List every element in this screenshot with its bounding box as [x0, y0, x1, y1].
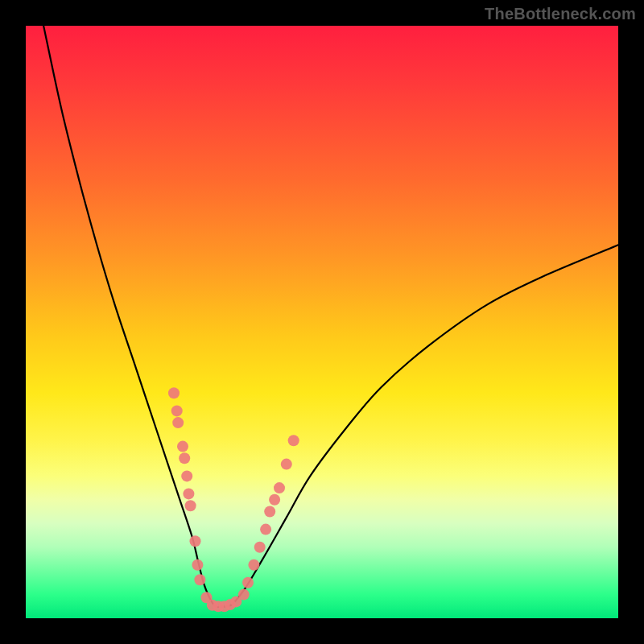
data-marker: [177, 441, 188, 452]
data-marker: [190, 535, 201, 547]
data-marker: [194, 574, 205, 585]
data-marker: [171, 405, 183, 416]
data-marker: [248, 559, 259, 571]
data-marker: [183, 488, 194, 499]
data-marker: [179, 452, 190, 464]
data-marker: [242, 577, 254, 588]
data-marker: [254, 542, 266, 553]
data-marker: [238, 589, 250, 601]
data-marker: [192, 559, 203, 571]
data-marker: [260, 524, 271, 535]
data-marker: [274, 482, 285, 493]
data-marker: [288, 435, 299, 446]
data-marker: [168, 387, 180, 398]
data-marker: [281, 459, 292, 470]
data-marker: [264, 506, 275, 518]
data-markers: [168, 387, 299, 612]
chart-frame: TheBottleneck.com: [0, 0, 644, 644]
data-marker: [181, 470, 192, 481]
bottleneck-curve: [43, 26, 618, 607]
watermark-text: TheBottleneck.com: [485, 5, 636, 23]
chart-svg: [26, 26, 618, 618]
data-marker: [269, 494, 280, 506]
plot-area: [26, 26, 618, 618]
data-marker: [172, 417, 184, 428]
data-marker: [185, 500, 196, 511]
